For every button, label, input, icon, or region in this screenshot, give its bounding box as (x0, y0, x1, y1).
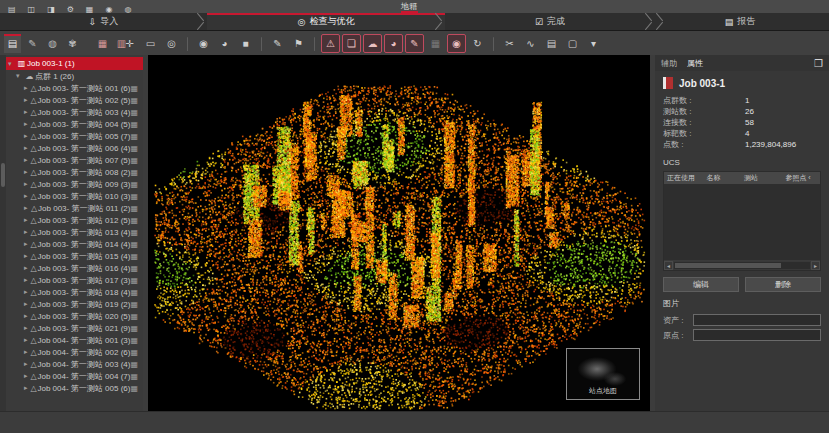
scan-image-icon[interactable]: ▦ (130, 96, 138, 105)
scan-image-icon[interactable]: ▦ (130, 156, 138, 165)
tree-station-row[interactable]: ▸ △ Job 003- 第一测站 021 (9) ▦ (0, 322, 143, 334)
toolbar-item[interactable]: ▾ (584, 34, 603, 53)
toolbar-item[interactable] (493, 37, 494, 51)
tree-station-row[interactable]: ▸ △ Job 003- 第一测站 013 (4) ▦ (0, 226, 143, 238)
workflow-step[interactable]: ⇩ 导入 (0, 13, 207, 30)
tree-station-row[interactable]: ▸ △ Job 003- 第一测站 006 (4) ▦ (0, 142, 143, 154)
left-panel-tab[interactable]: ✾ (64, 34, 81, 53)
toolbar-item[interactable]: ↻ (468, 34, 487, 53)
toolbar-item[interactable]: ▦ (426, 34, 445, 53)
tree-group-row[interactable]: ▾ ☁ 点群 1 (26) (0, 70, 143, 82)
workflow-step[interactable]: ▤ 报告 (655, 13, 829, 30)
scrollbar-track[interactable] (674, 262, 810, 269)
delete-button[interactable]: 删除 (745, 277, 821, 292)
toolbar-item[interactable]: ◉ (447, 34, 466, 53)
scan-image-icon[interactable]: ▦ (130, 360, 138, 369)
scan-image-icon[interactable]: ▦ (130, 240, 138, 249)
picture-field-input[interactable] (693, 314, 821, 326)
toolbar-item[interactable]: ∿ (521, 34, 540, 53)
scroll-right-icon[interactable]: ▸ (811, 261, 820, 270)
toolbar-item[interactable]: ❏ (342, 34, 361, 53)
scan-image-icon[interactable]: ▦ (130, 288, 138, 297)
minimap[interactable]: 站点地图 (566, 348, 640, 400)
scan-image-icon[interactable]: ▦ (130, 180, 138, 189)
edit-button[interactable]: 编辑 (663, 277, 739, 292)
workflow-step[interactable]: ☑ 完成 (445, 13, 655, 30)
left-panel-tab[interactable]: ✎ (24, 34, 41, 53)
tree-station-row[interactable]: ▸ △ Job 003- 第一测站 014 (4) ▦ (0, 238, 143, 250)
toolbar-item[interactable]: ▢ (563, 34, 582, 53)
toolbar-item[interactable]: ◕ (215, 34, 234, 53)
scan-image-icon[interactable]: ▦ (130, 336, 138, 345)
tree-station-row[interactable]: ▸ △ Job 003- 第一测站 018 (4) ▦ (0, 286, 143, 298)
tree-station-row[interactable]: ▸ △ Job 003- 第一测站 020 (5) ▦ (0, 310, 143, 322)
scan-image-icon[interactable]: ▦ (130, 264, 138, 273)
tree-station-row[interactable]: ▸ △ Job 003- 第一测站 004 (5) ▦ (0, 118, 143, 130)
ucs-column-header[interactable]: 正在使用 (664, 173, 703, 183)
toolbar-item[interactable]: ⚑ (289, 34, 308, 53)
toolbar-item[interactable]: ✎ (405, 34, 424, 53)
ucs-column-header[interactable]: 名称 (703, 173, 741, 183)
toolbar-item[interactable] (314, 37, 315, 51)
scan-image-icon[interactable]: ▦ (130, 324, 138, 333)
tree-station-row[interactable]: ▸ △ Job 004- 第一测站 003 (4) ▦ (0, 358, 143, 370)
scrollbar-handle[interactable] (675, 263, 781, 268)
toolbar-item[interactable]: ▤ (542, 34, 561, 53)
point-cloud-viewport[interactable]: 站点地图 (148, 55, 650, 412)
scan-image-icon[interactable]: ▦ (130, 372, 138, 381)
toolbar-item[interactable]: ◉ (194, 34, 213, 53)
toolbar-item[interactable]: ⚠ (321, 34, 340, 53)
ucs-column-header[interactable]: 测站 (741, 173, 782, 183)
left-panel-tab[interactable]: ◍ (44, 34, 61, 53)
toolbar-item[interactable]: ☁ (363, 34, 382, 53)
toolbar-item[interactable] (187, 37, 188, 51)
tree-station-row[interactable]: ▸ △ Job 004- 第一测站 001 (3) ▦ (0, 334, 143, 346)
toolbar-item[interactable] (261, 37, 262, 51)
left-panel-tab[interactable]: ▤ (4, 34, 21, 53)
toolbar-item[interactable]: ▭ (141, 34, 160, 53)
scan-image-icon[interactable]: ▦ (130, 276, 138, 285)
tree-station-row[interactable]: ▸ △ Job 003- 第一测站 009 (3) ▦ (0, 178, 143, 190)
scan-image-icon[interactable]: ▦ (130, 84, 138, 93)
workflow-step[interactable]: ◎ 检查与优化 (207, 13, 445, 30)
tree-station-row[interactable]: ▸ △ Job 003- 第一测站 011 (2) ▦ (0, 202, 143, 214)
scan-image-icon[interactable]: ▦ (130, 216, 138, 225)
ucs-horizontal-scrollbar[interactable]: ◂ ▸ (664, 260, 820, 270)
toolbar-item[interactable]: ◕ (384, 34, 403, 53)
tree-station-row[interactable]: ▸ △ Job 004- 第一测站 005 (6) ▦ (0, 382, 143, 394)
scan-image-icon[interactable]: ▦ (130, 252, 138, 261)
tree-station-row[interactable]: ▸ △ Job 003- 第一测站 012 (5) ▦ (0, 214, 143, 226)
expand-arrow-icon[interactable]: ▾ (16, 72, 24, 80)
tree-station-row[interactable]: ▸ △ Job 004- 第一测站 002 (6) ▦ (0, 346, 143, 358)
properties-tab[interactable]: 属性 (687, 58, 703, 69)
scan-image-icon[interactable]: ▦ (130, 132, 138, 141)
tree-scrollbar-handle[interactable] (1, 163, 5, 187)
ucs-table-body[interactable] (664, 184, 820, 260)
tree-station-row[interactable]: ▸ △ Job 003- 第一测站 010 (3) ▦ (0, 190, 143, 202)
tree-station-row[interactable]: ▸ △ Job 003- 第一测站 017 (3) ▦ (0, 274, 143, 286)
scan-image-icon[interactable]: ▦ (130, 144, 138, 153)
toolbar-item[interactable]: ✛ (120, 34, 139, 53)
scan-image-icon[interactable]: ▦ (130, 300, 138, 309)
tree-station-row[interactable]: ▸ △ Job 003- 第一测站 016 (4) ▦ (0, 262, 143, 274)
expand-arrow-icon[interactable]: ▾ (8, 60, 16, 68)
tree-station-row[interactable]: ▸ △ Job 003- 第一测站 001 (6) ▦ (0, 82, 143, 94)
scan-image-icon[interactable]: ▦ (130, 312, 138, 321)
tree-scrollbar[interactable] (0, 55, 6, 412)
toolbar-item[interactable]: ■ (236, 34, 255, 53)
toolbar-item[interactable]: ✂ (500, 34, 519, 53)
tree-station-row[interactable]: ▸ △ Job 003- 第一测站 015 (4) ▦ (0, 250, 143, 262)
tree-station-row[interactable]: ▸ △ Job 003- 第一测站 008 (2) ▦ (0, 166, 143, 178)
picture-field-input[interactable] (693, 329, 821, 341)
toolbar-item[interactable]: ✎ (268, 34, 287, 53)
tree-root-row[interactable]: ▾ ▥ Job 003-1 (1) (0, 57, 143, 70)
scan-image-icon[interactable]: ▦ (130, 120, 138, 129)
scan-image-icon[interactable]: ▦ (130, 384, 138, 393)
scan-image-icon[interactable]: ▦ (130, 108, 138, 117)
scroll-left-icon[interactable]: ◂ (664, 261, 673, 270)
scan-image-icon[interactable]: ▦ (130, 204, 138, 213)
tree-station-row[interactable]: ▸ △ Job 003- 第一测站 005 (7) ▦ (0, 130, 143, 142)
properties-tab[interactable]: 辅助 (661, 58, 677, 69)
scan-image-icon[interactable]: ▦ (130, 168, 138, 177)
scan-image-toggle-icon[interactable]: ▦ (95, 36, 110, 51)
